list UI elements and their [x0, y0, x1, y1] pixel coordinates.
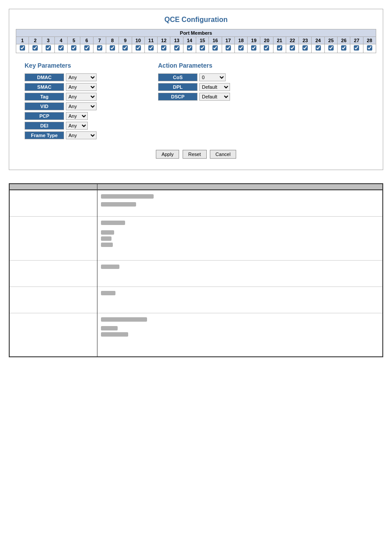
port-cb-4[interactable]	[55, 44, 68, 53]
desc-bar	[101, 265, 119, 269]
port-cb-12[interactable]	[158, 44, 170, 53]
row1-name	[9, 190, 97, 216]
dmac-select[interactable]: Any Unicast Multicast Broadcast	[66, 73, 97, 81]
port-cb-25[interactable]	[325, 44, 338, 53]
port-cb-14[interactable]	[183, 44, 196, 53]
port-cb-23[interactable]	[299, 44, 312, 53]
cos-select[interactable]: 0 123 4567	[199, 73, 226, 81]
dpl-select[interactable]: Default 0123	[199, 83, 230, 91]
port-checkbox-11[interactable]	[148, 45, 154, 51]
port-cb-22[interactable]	[286, 44, 299, 53]
port-checkbox-24[interactable]	[316, 45, 321, 51]
dscp-row: DSCP Default 0123	[158, 93, 230, 101]
port-checkbox-3[interactable]	[46, 45, 51, 51]
port-cb-17[interactable]	[222, 44, 235, 53]
pcp-row: PCP Any 0123 4567	[25, 112, 97, 120]
port-cb-3[interactable]	[42, 44, 55, 53]
port-checkbox-19[interactable]	[251, 45, 256, 51]
cos-label: CoS	[158, 73, 198, 81]
port-cb-21[interactable]	[273, 44, 286, 53]
port-cb-7[interactable]	[94, 44, 106, 53]
desc-bar	[101, 326, 118, 330]
port-cb-26[interactable]	[338, 44, 350, 53]
port-num-21: 21	[273, 37, 286, 44]
row1-desc	[97, 190, 383, 216]
port-checkbox-8[interactable]	[110, 45, 115, 51]
port-checkbox-7[interactable]	[97, 45, 102, 51]
port-checkbox-21[interactable]	[277, 45, 282, 51]
port-cb-19[interactable]	[248, 44, 260, 53]
frame-type-label: Frame Type	[25, 131, 64, 139]
row3-name	[9, 260, 97, 287]
port-num-27: 27	[350, 37, 363, 44]
port-cb-2[interactable]	[29, 44, 42, 53]
port-checkbox-23[interactable]	[302, 45, 308, 51]
reset-button[interactable]: Reset	[183, 150, 207, 159]
port-checkbox-16[interactable]	[212, 45, 218, 51]
port-checkbox-28[interactable]	[367, 45, 372, 51]
cos-row: CoS 0 123 4567	[158, 73, 230, 81]
port-checkbox-14[interactable]	[187, 45, 192, 51]
pcp-select[interactable]: Any 0123 4567	[66, 112, 88, 120]
vid-row: VID Any Specific	[25, 102, 97, 110]
port-checkbox-12[interactable]	[161, 45, 166, 51]
port-checkbox-10[interactable]	[136, 45, 141, 51]
port-cb-13[interactable]	[170, 44, 183, 53]
port-checkbox-6[interactable]	[84, 45, 90, 51]
port-checkbox-27[interactable]	[354, 45, 359, 51]
port-cb-9[interactable]	[119, 44, 132, 53]
port-checkbox-25[interactable]	[328, 45, 334, 51]
vid-label: VID	[25, 102, 64, 110]
row5-name	[9, 313, 97, 357]
port-num-18: 18	[235, 37, 248, 44]
tag-select[interactable]: Any Tagged Untagged	[66, 93, 97, 101]
table-row	[9, 190, 383, 216]
port-cb-15[interactable]	[196, 44, 209, 53]
smac-select[interactable]: Any Specific	[66, 83, 97, 91]
desc-bar	[101, 291, 115, 295]
desc-bar	[101, 317, 147, 322]
port-cb-10[interactable]	[132, 44, 145, 53]
dmac-label: DMAC	[25, 73, 64, 81]
port-checkbox-18[interactable]	[238, 45, 244, 51]
port-cb-6[interactable]	[80, 44, 93, 53]
apply-button[interactable]: Apply	[156, 150, 180, 159]
port-checkbox-20[interactable]	[264, 45, 269, 51]
port-checkbox-17[interactable]	[226, 45, 231, 51]
frame-type-row: Frame Type Any EtherType LLC SNAP IPv4 I…	[25, 131, 97, 139]
port-checkbox-9[interactable]	[122, 45, 128, 51]
tag-label: Tag	[25, 93, 64, 101]
port-checkbox-26[interactable]	[341, 45, 346, 51]
port-num-24: 24	[312, 37, 324, 44]
port-cb-11[interactable]	[145, 44, 158, 53]
frame-type-select[interactable]: Any EtherType LLC SNAP IPv4 IPv6	[66, 131, 97, 139]
port-cb-28[interactable]	[363, 44, 376, 53]
port-checkbox-15[interactable]	[200, 45, 205, 51]
port-cb-27[interactable]	[350, 44, 363, 53]
table-row	[9, 216, 383, 260]
port-cb-1[interactable]	[16, 44, 29, 53]
port-checkbox-4[interactable]	[58, 45, 64, 51]
dpl-label: DPL	[158, 83, 198, 91]
row2-desc	[97, 216, 383, 260]
table-row	[9, 287, 383, 313]
port-cb-5[interactable]	[68, 44, 80, 53]
port-num-6: 6	[80, 37, 93, 44]
port-cb-20[interactable]	[260, 44, 273, 53]
port-checkbox-13[interactable]	[174, 45, 180, 51]
vid-select[interactable]: Any Specific	[66, 102, 97, 110]
dei-select[interactable]: Any 0 1	[66, 122, 88, 130]
cancel-button[interactable]: Cancel	[210, 150, 236, 159]
port-checkbox-22[interactable]	[290, 45, 295, 51]
port-cb-16[interactable]	[209, 44, 222, 53]
dmac-row: DMAC Any Unicast Multicast Broadcast	[25, 73, 97, 81]
port-cb-8[interactable]	[106, 44, 119, 53]
port-checkbox-1[interactable]	[20, 45, 25, 51]
port-checkbox-2[interactable]	[32, 45, 38, 51]
dscp-select[interactable]: Default 0123	[199, 93, 230, 101]
port-cb-18[interactable]	[235, 44, 248, 53]
dscp-label: DSCP	[158, 93, 198, 101]
port-cb-24[interactable]	[312, 44, 324, 53]
port-checkbox-5[interactable]	[71, 45, 76, 51]
desc-bar	[101, 332, 128, 337]
